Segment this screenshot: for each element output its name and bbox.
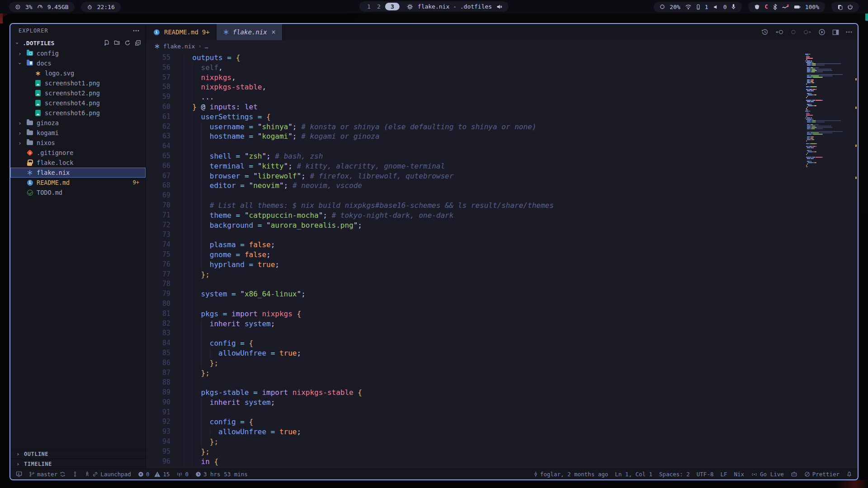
git-blame-item[interactable]: foglar, 2 months ago	[533, 471, 609, 478]
code-line-85[interactable]: 85 allowUnfree = true;	[146, 348, 798, 358]
code-line-57[interactable]: 57 nixpkgs,	[146, 73, 798, 83]
tab-flake-nix[interactable]: flake.nix ×	[217, 24, 283, 40]
tree-item-TODO.md[interactable]: ›TODO.md	[10, 188, 146, 197]
tree-item-flake.nix[interactable]: ›flake.nix	[10, 168, 146, 178]
code-line-60[interactable]: 60 } @ inputs: let	[146, 102, 798, 112]
ports-button[interactable]: 0	[176, 471, 189, 478]
breadcrumb-file[interactable]: flake.nix	[163, 43, 195, 50]
speaker-muted-icon[interactable]	[496, 4, 503, 10]
close-icon[interactable]: ×	[272, 28, 276, 36]
cursor-position[interactable]: Ln 1, Col 1	[615, 471, 652, 478]
time-tracked-button[interactable]: 3 hrs 53 mins	[195, 471, 248, 478]
clock-module[interactable]: 22:16	[81, 2, 121, 12]
tree-item-README.md[interactable]: ›README.md9+	[10, 178, 146, 188]
code-line-75[interactable]: 75 gnome = false;	[146, 250, 798, 260]
tree-item-screenshot4.png[interactable]: ›screenshot4.png	[10, 98, 146, 108]
timeline-panel-header[interactable]: › TIMELINE	[10, 459, 146, 469]
tree-item-nixos[interactable]: ›nixos	[10, 138, 146, 148]
code-line-88[interactable]: 88	[146, 378, 798, 388]
indentation[interactable]: Spaces: 2	[659, 471, 690, 478]
code-line-81[interactable]: 81 pkgs = import nixpkgs {	[146, 309, 798, 319]
notifications-bell[interactable]	[846, 471, 852, 477]
code-line-62[interactable]: 62 username = "shinya"; # konsta or shin…	[146, 122, 798, 132]
code-line-65[interactable]: 65 shell = "zsh"; # bash, zsh	[146, 151, 798, 161]
code-line-79[interactable]: 79 system = "x86_64-linux";	[146, 289, 798, 299]
tree-item-.gitignore[interactable]: ›.gitignore	[10, 148, 146, 158]
code-line-92[interactable]: 92 config = {	[146, 417, 798, 427]
encoding[interactable]: UTF-8	[697, 471, 714, 478]
code-line-73[interactable]: 73	[146, 230, 798, 240]
code-line-83[interactable]: 83	[146, 328, 798, 338]
problems-button[interactable]: 0 15	[138, 471, 170, 478]
tree-item-docs[interactable]: ›docs	[10, 58, 146, 68]
split-editor-icon[interactable]	[832, 29, 839, 36]
code-line-82[interactable]: 82 inherit system;	[146, 319, 798, 329]
prev-change-icon[interactable]	[775, 29, 783, 35]
run-icon[interactable]	[818, 28, 826, 36]
launchpad-button[interactable]: Launchpad	[85, 471, 131, 478]
new-file-icon[interactable]	[104, 40, 110, 46]
tab-readme[interactable]: README.md 9+	[146, 24, 217, 40]
history-icon[interactable]	[761, 28, 769, 36]
workspace-2[interactable]: 2	[375, 3, 382, 10]
workspace-3[interactable]: 3	[385, 3, 400, 10]
language-mode[interactable]: Nix	[734, 471, 745, 478]
clipboard-icon[interactable]	[837, 4, 843, 10]
code-line-68[interactable]: 68 editor = "neovim"; # neovim, vscode	[146, 181, 798, 191]
code-line-61[interactable]: 61 userSettings = {	[146, 112, 798, 122]
copilot-button[interactable]	[791, 471, 797, 477]
next-change-icon[interactable]	[803, 29, 811, 35]
code-line-74[interactable]: 74 plasma = false;	[146, 240, 798, 250]
code-line-78[interactable]: 78	[146, 279, 798, 289]
change-dot-icon[interactable]	[790, 29, 797, 35]
new-folder-icon[interactable]	[114, 40, 120, 46]
scm-graph-button[interactable]	[72, 471, 78, 477]
workspace-1[interactable]: 1	[365, 3, 373, 10]
code-line-84[interactable]: 84 config = {	[146, 338, 798, 348]
code-editor[interactable]: 55 outputs = {56 self,57 nixpkgs,58 nixp…	[146, 52, 858, 469]
refresh-icon[interactable]	[124, 40, 131, 46]
code-line-91[interactable]: 91	[146, 408, 798, 418]
code-line-66[interactable]: 66 terminal = "kitty"; # kitty, alacritt…	[146, 161, 798, 171]
code-line-94[interactable]: 94 };	[146, 437, 798, 447]
code-line-64[interactable]: 64	[146, 141, 798, 151]
code-line-77[interactable]: 77 };	[146, 270, 798, 280]
code-line-69[interactable]: 69	[146, 191, 798, 201]
code-line-93[interactable]: 93 allowUnfree = true;	[146, 427, 798, 437]
more-icon[interactable]	[846, 31, 852, 33]
minimap[interactable]	[804, 54, 852, 168]
tray-module[interactable]: C 100%	[748, 2, 825, 12]
tree-item-ginoza[interactable]: ›ginoza	[10, 118, 146, 128]
outline-panel-header[interactable]: › OUTLINE	[10, 449, 146, 459]
code-line-89[interactable]: 89 pkgs-stable = import nixpkgs-stable {	[146, 388, 798, 398]
workspace-root-row[interactable]: › .DOTFILES	[10, 38, 146, 48]
code-line-56[interactable]: 56 self,	[146, 63, 798, 73]
collapse-all-icon[interactable]	[135, 40, 141, 46]
hardware-module[interactable]: 20% 1 0	[654, 2, 742, 12]
tree-item-screenshot2.png[interactable]: ›screenshot2.png	[10, 88, 146, 98]
code-line-55[interactable]: 55 outputs = {	[146, 53, 798, 63]
more-actions-icon[interactable]	[133, 30, 139, 32]
tree-item-screenshot6.png[interactable]: ›screenshot6.png	[10, 108, 146, 118]
tree-item-kogami[interactable]: ›kogami	[10, 128, 146, 138]
code-line-63[interactable]: 63 hostname = "kogami"; # kogami or gino…	[146, 131, 798, 141]
git-branch-button[interactable]: master	[29, 471, 66, 478]
code-line-76[interactable]: 76 hyprland = true;	[146, 260, 798, 270]
tree-item-screenshot1.png[interactable]: ›screenshot1.png	[10, 78, 146, 88]
power-module[interactable]	[831, 2, 859, 12]
code-line-58[interactable]: 58 nixpkgs-stable,	[146, 82, 798, 92]
code-line-96[interactable]: 96 in {	[146, 457, 798, 467]
code-line-87[interactable]: 87 };	[146, 368, 798, 378]
code-line-80[interactable]: 80	[146, 299, 798, 309]
code-line-59[interactable]: 59 ...	[146, 92, 798, 102]
remote-window-button[interactable]	[16, 471, 22, 477]
breadcrumb-symbol[interactable]: …	[205, 43, 208, 50]
system-stats-module[interactable]: 3% 9.45GB	[9, 2, 75, 12]
tree-item-flake.lock[interactable]: ›flake.lock	[10, 158, 146, 168]
code-line-71[interactable]: 71 theme = "catppuccin-mocha"; # tokyo-n…	[146, 211, 798, 221]
golive-button[interactable]: Go Live	[751, 471, 784, 478]
breadcrumb[interactable]: flake.nix › …	[146, 40, 858, 52]
tree-item-config[interactable]: ›config	[10, 48, 146, 58]
eol-sequence[interactable]: LF	[720, 471, 727, 478]
power-icon[interactable]	[847, 4, 853, 10]
